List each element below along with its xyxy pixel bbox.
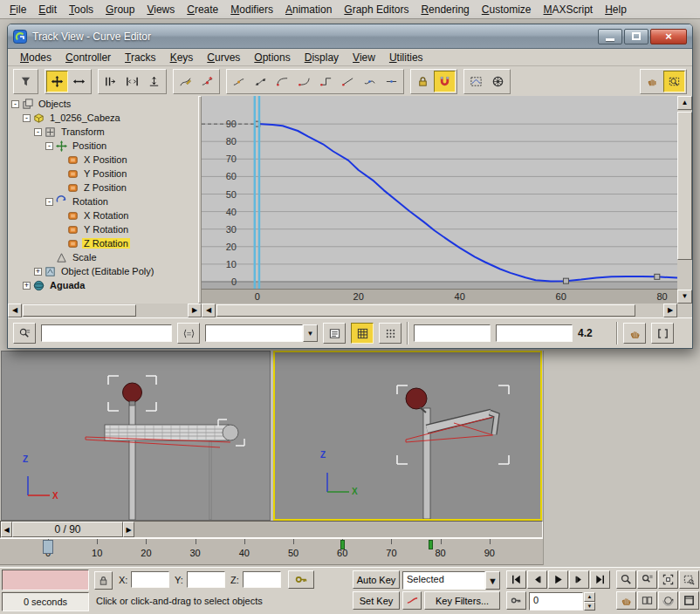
menu-tools[interactable]: Tools [63, 2, 100, 17]
trackbar-timeline[interactable]: 0102030405060708090 [0, 538, 543, 565]
tv-menu-display[interactable]: Display [298, 51, 346, 65]
hscroll-thumb[interactable] [216, 304, 635, 317]
coord-x-field[interactable] [131, 571, 169, 588]
zoom-button[interactable] [616, 570, 636, 589]
scroll-down-icon[interactable]: ▼ [677, 290, 692, 304]
show-keyable-button[interactable] [487, 71, 509, 92]
go-end-button[interactable] [590, 570, 610, 589]
time-slider-next-arrow[interactable]: ▶ [123, 522, 134, 537]
tree-item-x-position[interactable]: X Position [8, 153, 198, 167]
maximize-viewport-button[interactable] [679, 591, 699, 610]
chevron-down-icon[interactable]: ▼ [485, 571, 500, 590]
slide-keys-button[interactable] [100, 71, 121, 92]
viewport-right-active[interactable]: Z X [273, 351, 542, 521]
minimize-button[interactable] [598, 29, 622, 44]
tree-item-scale[interactable]: Scale [8, 250, 198, 264]
menu-modifiers[interactable]: Modifiers [224, 2, 279, 17]
tree-item-y-rotation[interactable]: Y Rotation [8, 222, 198, 236]
lock-selection-toggle-button[interactable] [94, 571, 113, 590]
tangent-linear-button[interactable] [337, 71, 359, 92]
menu-graph-editors[interactable]: Graph Editors [338, 2, 415, 17]
scale-values-button[interactable] [143, 71, 165, 92]
move-keys-button[interactable] [46, 71, 68, 92]
move-horizontal-button[interactable] [68, 71, 90, 92]
track-set-dropdown[interactable]: ▼ [205, 324, 318, 342]
graph-horizontal-scrollbar[interactable]: ◀ ▶ [202, 304, 677, 317]
tv-menu-controller[interactable]: Controller [58, 51, 118, 65]
tv-menu-modes[interactable]: Modes [13, 51, 58, 65]
tree-item-z-rotation[interactable]: Z Rotation [8, 236, 198, 250]
tree-item-1-0256-cabeza[interactable]: -1_0256_Cabeza [8, 111, 198, 125]
orbit-button[interactable] [658, 591, 678, 610]
menu-help[interactable]: Help [599, 2, 633, 17]
key-stats-button[interactable] [177, 323, 200, 344]
go-start-button[interactable] [506, 570, 526, 589]
tree-item-object-editable-poly[interactable]: +Object (Editable Poly) [8, 264, 198, 278]
scale-keys-button[interactable] [121, 71, 143, 92]
time-tag-display[interactable]: 0 seconds [2, 592, 89, 611]
pan-hand-button[interactable] [616, 591, 636, 610]
timeline-key-marker[interactable] [340, 540, 345, 549]
tree-item-y-position[interactable]: Y Position [8, 167, 198, 181]
scroll-right-icon[interactable]: ▶ [188, 304, 202, 317]
tv-menu-view[interactable]: View [346, 51, 382, 65]
tree-item-rotation[interactable]: -Rotation [8, 194, 198, 208]
lock-selection-button[interactable] [412, 71, 434, 92]
menu-file[interactable]: File [3, 2, 32, 17]
chevron-down-icon[interactable]: ▼ [303, 324, 318, 342]
trackview-titlebar[interactable]: Track View - Curve Editor × [8, 24, 692, 49]
draw-curves-button[interactable] [175, 71, 196, 92]
interpolation-grid-button[interactable] [351, 323, 374, 344]
pan-button[interactable] [623, 323, 646, 344]
new-key-curve-button[interactable] [402, 591, 422, 610]
tangent-smooth-button[interactable] [359, 71, 381, 92]
dual-pane-button[interactable] [637, 591, 657, 610]
menu-maxscript[interactable]: MAXScript [538, 2, 600, 17]
hscroll-thumb[interactable] [23, 304, 136, 317]
expand-icon[interactable]: + [23, 282, 31, 290]
tangent-fast-button[interactable] [271, 71, 293, 92]
expand-icon[interactable]: + [34, 268, 42, 276]
coord-y-field[interactable] [187, 571, 225, 588]
tv-menu-options[interactable]: Options [247, 51, 297, 65]
track-set-field[interactable] [205, 324, 303, 342]
time-slider-track[interactable]: ◀ 0 / 90 ▶ [0, 521, 543, 538]
play-button[interactable] [548, 570, 568, 589]
zoom-all-button[interactable] [637, 570, 657, 589]
zoom-selected-object-button[interactable] [13, 323, 36, 344]
tree-item-transform[interactable]: -Transform [8, 125, 198, 139]
tangent-slow-button[interactable] [293, 71, 315, 92]
tree-item-x-rotation[interactable]: X Rotation [8, 208, 198, 222]
viewport-left[interactable]: Z X [1, 351, 271, 521]
set-keys-button[interactable] [288, 570, 314, 589]
collapse-icon[interactable]: - [34, 128, 42, 136]
scroll-up-icon[interactable]: ▲ [677, 96, 692, 110]
collapse-icon[interactable]: - [23, 114, 31, 122]
maxscript-mini-listener[interactable] [2, 570, 89, 590]
menu-rendering[interactable]: Rendering [415, 2, 475, 17]
pan-view-button[interactable] [642, 71, 663, 92]
timeline-key-marker[interactable] [429, 540, 433, 549]
spinner-down-icon[interactable]: ▼ [584, 602, 595, 611]
auto-key-button[interactable]: Auto Key [353, 570, 400, 589]
set-key-button[interactable]: Set Key [353, 591, 400, 610]
tv-menu-utilities[interactable]: Utilities [382, 51, 430, 65]
spinner-up-icon[interactable]: ▲ [584, 592, 595, 602]
key-mode-toggle-button[interactable] [506, 591, 526, 610]
zoom-extents-button[interactable] [658, 570, 678, 589]
maximize-button[interactable] [624, 29, 649, 44]
tangent-custom-button[interactable] [250, 71, 271, 92]
graph-vertical-scrollbar[interactable]: ▲ ▼ [677, 96, 692, 304]
tangent-step-button[interactable] [315, 71, 337, 92]
frame-ruler[interactable]: 020406080 [202, 289, 677, 304]
time-slider-prev-arrow[interactable]: ◀ [1, 522, 12, 537]
collapse-icon[interactable]: - [45, 142, 53, 150]
tree-item-z-position[interactable]: Z Position [8, 181, 198, 194]
scroll-left-icon[interactable]: ◀ [8, 304, 22, 317]
track-hierarchy-tree[interactable]: -Objects-1_0256_Cabeza-Transform-Positio… [8, 96, 198, 304]
trackview-window[interactable]: Track View - Curve Editor × ModesControl… [7, 24, 693, 349]
tv-menu-tracks[interactable]: Tracks [118, 51, 163, 65]
add-keys-button[interactable] [196, 71, 218, 92]
selection-set-dropdown[interactable]: Selected ▼ [402, 571, 500, 590]
key-filters-button[interactable]: Key Filters... [424, 591, 500, 610]
